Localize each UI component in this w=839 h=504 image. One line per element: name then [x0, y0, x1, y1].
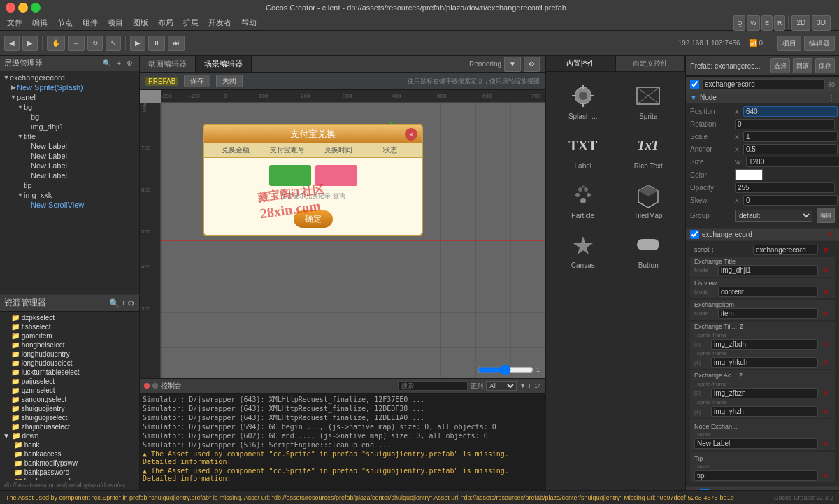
skew-x[interactable] [743, 195, 838, 206]
toolbar-move[interactable]: ↔ [68, 36, 85, 51]
node-section-header[interactable]: ▼ Node ⋮ [686, 92, 839, 103]
nl-item-label[interactable]: TXT Label [552, 127, 615, 174]
script-clear[interactable]: ✕ [821, 245, 831, 254]
am-item-bankpw[interactable]: 📁 bankpassword [0, 468, 139, 477]
nl-item-sprite[interactable]: Sprite [617, 78, 680, 124]
toolbar-forward[interactable]: ▶ [22, 36, 38, 51]
node-exchan-clear[interactable]: ✕ [821, 439, 831, 448]
console-level[interactable]: All Info Warn Error [486, 381, 517, 391]
am-item-shuiguoji[interactable]: 📁 shuiguojientry [0, 404, 139, 413]
nl-item-richtext[interactable]: TxT Rich Text [617, 127, 680, 174]
nl-tab-builtin[interactable]: 内置控件 [546, 56, 616, 71]
console-search[interactable] [398, 381, 468, 391]
component-active[interactable] [690, 230, 699, 239]
minimize-button[interactable] [18, 3, 28, 13]
nl-tab-custom[interactable]: 自定义控件 [616, 56, 686, 71]
rollback-btn[interactable]: 回滚 [793, 58, 812, 73]
toolbar-transform-w[interactable]: W [747, 15, 760, 31]
toolbar-transform-r[interactable]: R [774, 15, 786, 31]
toolbar-rotate[interactable]: ↻ [87, 36, 103, 51]
toolbar-transform-e[interactable]: E [761, 15, 773, 31]
hier-item-bg-parent[interactable]: ▼ bg [0, 102, 139, 112]
menu-edit[interactable]: 编辑 [28, 16, 52, 29]
am-item-paiju[interactable]: 📁 paijuselect [0, 377, 139, 386]
component-header[interactable]: exchangerecord ✕ [686, 228, 839, 241]
scene-viewport[interactable]: -200 -100 0 100 200 300 400 500 600 700 … [140, 90, 545, 378]
hier-item-img-xxk[interactable]: ▼ img_xxk [0, 190, 139, 200]
nl-item-splash[interactable]: Splash ... [552, 78, 615, 124]
menu-file[interactable]: 文件 [3, 16, 27, 29]
nl-item-button[interactable]: Button [617, 226, 680, 273]
select-btn[interactable]: 选择 [770, 58, 790, 73]
toolbar-3d[interactable]: 3D [812, 15, 831, 31]
toolbar-step[interactable]: ⏭ [168, 36, 185, 51]
hierarchy-add[interactable]: + [115, 59, 123, 68]
hier-item-exchangerecord[interactable]: ▼ exchangerecord [0, 73, 139, 82]
group-select[interactable]: default [735, 210, 812, 222]
hier-item-newlabel-1[interactable]: New Label [0, 141, 139, 151]
hier-item-img-dhji1[interactable]: img_dhji1 [0, 122, 139, 131]
nl-item-canvas[interactable]: Canvas [552, 226, 615, 273]
toolbar-back[interactable]: ◀ [4, 36, 20, 51]
hier-item-newlabel-4[interactable]: New Label [0, 171, 139, 180]
am-item-qznn[interactable]: 📁 qznnselect [0, 386, 139, 395]
am-search[interactable]: 🔍 [109, 298, 120, 308]
zoom-slider[interactable] [478, 364, 533, 375]
menu-project[interactable]: 项目 [103, 16, 127, 29]
close-prefab-btn[interactable]: 关闭 [216, 75, 243, 87]
exchange-title-clear[interactable]: ✕ [821, 266, 831, 275]
toolbar-scale[interactable]: ⤡ [106, 36, 121, 51]
maximize-button[interactable] [31, 3, 41, 13]
toolbar-play[interactable]: ▶ [130, 36, 145, 51]
position-x[interactable] [743, 106, 838, 117]
rendering-settings[interactable]: ▼ [504, 57, 521, 72]
am-item-game[interactable]: 📁 gameitem [0, 331, 139, 340]
node-active-checkbox[interactable] [690, 80, 699, 89]
hier-item-title[interactable]: ▼ title [0, 131, 139, 141]
toolbar-hand[interactable]: ✋ [47, 36, 65, 51]
am-item-fish[interactable]: 📁 fishselect [0, 322, 139, 331]
am-item-longhu[interactable]: 📁 longhudouentry [0, 350, 139, 359]
hierarchy-search[interactable]: 🔍 [101, 59, 113, 68]
am-item-zhajin[interactable]: 📁 zhajinhuaselect [0, 422, 139, 431]
close-button[interactable] [6, 3, 15, 13]
opacity-input[interactable] [735, 182, 835, 193]
group-edit-btn[interactable]: 编辑 [817, 208, 835, 223]
menu-component[interactable]: 组件 [78, 16, 102, 29]
till-item-1-clear[interactable]: ✕ [821, 358, 831, 367]
till-item-0-clear[interactable]: ✕ [821, 340, 831, 349]
tip-clear[interactable]: ✕ [821, 471, 831, 480]
rotation-val[interactable] [735, 119, 835, 129]
tab-scene[interactable]: 场景编辑器 [196, 56, 252, 72]
am-item-down[interactable]: ▼ 📁 down [0, 431, 139, 440]
am-item-dzpk[interactable]: 📁 dzpkselect [0, 313, 139, 322]
anchor-x[interactable] [743, 144, 838, 154]
hier-item-splash[interactable]: ▶ New Sprite(Splash) [0, 82, 139, 92]
nl-item-particle[interactable]: Particle [552, 177, 615, 224]
scene-settings[interactable]: ⚙ [524, 57, 540, 72]
hier-item-tip[interactable]: tip [0, 180, 139, 190]
hier-item-bg-child[interactable]: bg [0, 112, 139, 122]
am-item-luck[interactable]: 📁 luckturntableselect [0, 368, 139, 377]
am-item-sangong[interactable]: 📁 sangongselect [0, 395, 139, 404]
node-name-input[interactable] [702, 79, 825, 89]
toolbar-editor[interactable]: 编辑器 [804, 36, 835, 51]
am-item-bank[interactable]: 📁 bank [0, 440, 139, 449]
hier-item-scrollview[interactable]: New ScrollView [0, 200, 139, 210]
am-add[interactable]: + [121, 298, 126, 308]
menu-extension[interactable]: 布局 [154, 16, 178, 29]
menu-help2[interactable]: 帮助 [237, 16, 261, 29]
dialog-submit-btn[interactable]: 确定 [294, 210, 333, 228]
exchangeitem-clear[interactable]: ✕ [821, 309, 831, 318]
dialog-close-btn[interactable]: × [405, 128, 417, 141]
tab-animation[interactable]: 动画编辑器 [140, 56, 196, 72]
hier-item-panel[interactable]: ▼ panel [0, 92, 139, 102]
hier-item-newlabel-3[interactable]: New Label [0, 161, 139, 171]
am-item-bankaccess[interactable]: 📁 bankaccess [0, 449, 139, 459]
nl-item-tiledmap[interactable]: TiledMap [617, 177, 680, 224]
menu-layout[interactable]: 图版 [129, 16, 152, 29]
size-w[interactable] [746, 157, 839, 167]
toolbar-2d[interactable]: 2D [791, 15, 810, 31]
color-picker[interactable] [735, 169, 763, 180]
hier-item-newlabel-2[interactable]: New Label [0, 151, 139, 161]
